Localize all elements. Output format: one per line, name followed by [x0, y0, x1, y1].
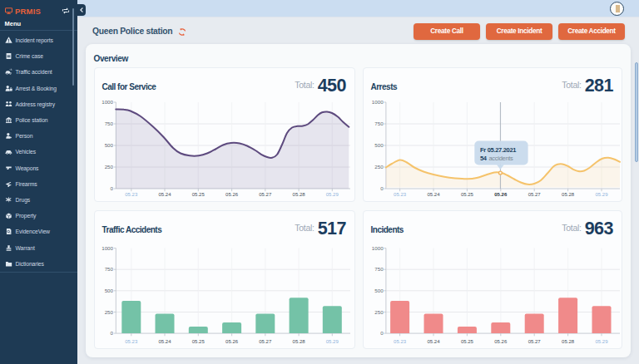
svg-text:1000: 1000 [102, 99, 113, 105]
svg-text:05.28: 05.28 [562, 192, 575, 197]
svg-text:1000: 1000 [102, 244, 113, 250]
svg-text:05.23: 05.23 [394, 338, 407, 343]
svg-text:05.24: 05.24 [427, 338, 440, 343]
svg-text:05.29: 05.29 [326, 192, 339, 197]
svg-text:05.23: 05.23 [125, 192, 138, 197]
svg-text:0: 0 [380, 185, 384, 191]
svg-text:250: 250 [105, 164, 114, 170]
svg-text:750: 750 [374, 121, 384, 126]
svg-text:05.24: 05.24 [158, 192, 171, 197]
svg-text:05.26: 05.26 [225, 192, 239, 197]
svg-text:05.24: 05.24 [427, 192, 440, 197]
svg-text:1000: 1000 [372, 244, 384, 250]
svg-text:05.29: 05.29 [595, 338, 608, 343]
svg-text:05.25: 05.25 [461, 192, 474, 197]
svg-text:05.27: 05.27 [528, 338, 542, 343]
svg-text:05.28: 05.28 [293, 338, 306, 343]
svg-text:05.29: 05.29 [595, 192, 608, 197]
svg-text:05.28: 05.28 [562, 338, 575, 343]
svg-text:0: 0 [111, 185, 114, 191]
svg-text:05.23: 05.23 [125, 338, 138, 343]
svg-text:05.28: 05.28 [293, 192, 306, 197]
svg-text:05.25: 05.25 [192, 338, 206, 343]
svg-text:500: 500 [105, 288, 114, 293]
svg-text:accidents: accidents [489, 155, 514, 162]
svg-text:05.24: 05.24 [158, 338, 171, 343]
svg-text:05.27: 05.27 [528, 192, 542, 197]
svg-text:750: 750 [374, 266, 384, 272]
svg-text:750: 750 [105, 121, 114, 126]
svg-text:54: 54 [480, 155, 488, 162]
svg-text:05.25: 05.25 [192, 192, 206, 197]
svg-text:05.29: 05.29 [326, 338, 339, 343]
svg-text:500: 500 [374, 288, 384, 293]
svg-text:05.26: 05.26 [225, 338, 239, 343]
svg-text:05.25: 05.25 [461, 338, 474, 343]
svg-text:500: 500 [105, 142, 114, 148]
svg-text:05.26: 05.26 [494, 338, 508, 343]
svg-text:05.27: 05.27 [259, 338, 272, 343]
svg-text:500: 500 [374, 142, 384, 148]
svg-text:250: 250 [105, 308, 114, 314]
svg-text:Fr 05.27.2021: Fr 05.27.2021 [480, 146, 516, 154]
svg-text:250: 250 [374, 308, 384, 314]
svg-text:0: 0 [380, 330, 384, 336]
svg-text:05.27: 05.27 [259, 192, 272, 197]
svg-text:250: 250 [374, 164, 384, 170]
svg-text:750: 750 [105, 266, 114, 272]
svg-text:05.23: 05.23 [394, 192, 407, 197]
svg-text:0: 0 [111, 330, 114, 336]
svg-text:05.26: 05.26 [494, 192, 508, 197]
svg-text:1000: 1000 [372, 99, 384, 105]
